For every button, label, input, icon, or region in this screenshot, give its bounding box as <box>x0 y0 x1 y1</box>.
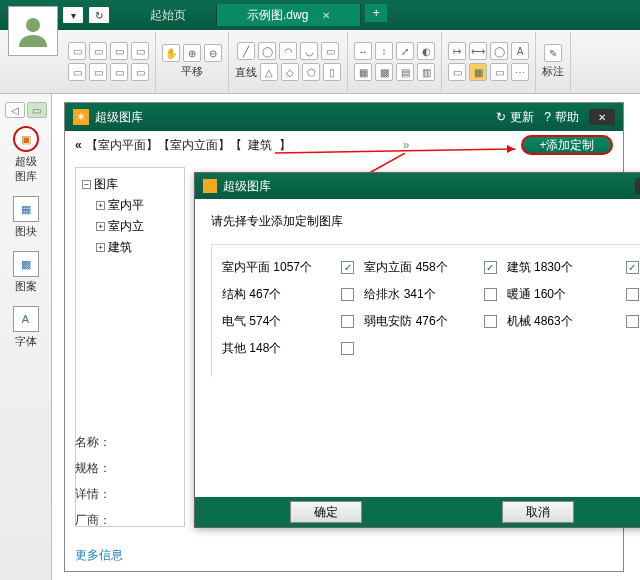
ricon[interactable]: △ <box>260 63 278 81</box>
sidebar-font[interactable]: A字体 <box>5 302 47 353</box>
checkbox[interactable]: ✓ <box>626 261 639 274</box>
chevron-right-icon[interactable]: » <box>403 138 410 152</box>
ricon[interactable]: ▭ <box>490 63 508 81</box>
ricon[interactable]: A <box>511 42 529 60</box>
fwd-icon[interactable]: ▭ <box>27 102 47 118</box>
zoomout-icon[interactable]: ⊖ <box>204 44 222 62</box>
category-checkbox-row[interactable]: 室内立面 458个✓ <box>364 259 500 276</box>
sidebar-super-library[interactable]: ▣超级 图库 <box>5 122 47 188</box>
crumb[interactable]: 建筑 <box>248 137 272 154</box>
ricon[interactable]: ▭ <box>131 63 149 81</box>
ricon[interactable]: ◇ <box>281 63 299 81</box>
ricon[interactable]: ▩ <box>375 63 393 81</box>
sidebar-pattern[interactable]: ▩图案 <box>5 247 47 298</box>
checkbox[interactable] <box>626 288 639 301</box>
ricon[interactable]: ⬠ <box>302 63 320 81</box>
add-custom-dialog: 超级图库 ✕ 请先择专业添加定制图库 室内平面 1057个✓结构 467个电气 … <box>194 172 640 528</box>
checkbox[interactable]: ✓ <box>484 261 497 274</box>
ricon[interactable]: ▭ <box>131 42 149 60</box>
tab-home[interactable]: 起始页 <box>120 4 217 26</box>
tab-add[interactable]: + <box>365 4 387 22</box>
checkbox[interactable] <box>484 315 497 328</box>
cancel-button[interactable]: 取消 <box>502 501 574 523</box>
ricon[interactable]: ⋯ <box>511 63 529 81</box>
sidebar-block[interactable]: ▦图块 <box>5 192 47 243</box>
category-checkbox-row[interactable]: 弱电安防 476个 <box>364 313 500 330</box>
ricon[interactable]: ◐ <box>417 42 435 60</box>
crumb[interactable]: 【室内平面】 <box>86 137 158 154</box>
ricon[interactable]: ▭ <box>321 42 339 60</box>
category-label: 弱电安防 476个 <box>364 313 447 330</box>
group-label: 直线 <box>235 65 257 81</box>
crumb: 】 <box>279 137 291 154</box>
category-checkbox-row[interactable]: 机械 4863个 <box>507 313 640 330</box>
qat-btn[interactable]: ▾ <box>62 6 84 24</box>
ricon[interactable]: ▥ <box>417 63 435 81</box>
ricon[interactable]: ↦ <box>448 42 466 60</box>
category-label: 结构 467个 <box>222 286 281 303</box>
help-button[interactable]: ?帮助 <box>544 109 579 126</box>
ricon[interactable]: ▭ <box>68 63 86 81</box>
close-icon[interactable]: ✕ <box>322 10 330 21</box>
ricon[interactable]: ◠ <box>279 42 297 60</box>
tree-root[interactable]: −图库 <box>82 174 178 195</box>
home-icon[interactable]: « <box>75 138 82 152</box>
more-info-link[interactable]: 更多信息 <box>75 547 123 564</box>
crumb: 【 <box>230 137 242 154</box>
ricon[interactable]: ⟷ <box>469 42 487 60</box>
ricon[interactable]: ▯ <box>323 63 341 81</box>
ricon[interactable]: ▦ <box>354 63 372 81</box>
ricon[interactable]: ▭ <box>89 63 107 81</box>
ricon[interactable]: ↕ <box>375 42 393 60</box>
tree-node[interactable]: +室内立 <box>82 216 178 237</box>
dialog-close[interactable]: ✕ <box>635 178 640 194</box>
checkbox[interactable] <box>341 288 354 301</box>
ricon[interactable]: ⤢ <box>396 42 414 60</box>
category-checkbox-row[interactable]: 电气 574个 <box>222 313 358 330</box>
tab-file[interactable]: 示例图.dwg✕ <box>217 4 361 26</box>
ricon[interactable]: ▭ <box>89 42 107 60</box>
panel1-close[interactable]: ✕ <box>589 109 615 125</box>
category-checkbox-row[interactable]: 其他 148个 <box>222 340 358 357</box>
ok-button[interactable]: 确定 <box>290 501 362 523</box>
ricon[interactable]: ◡ <box>300 42 318 60</box>
checkbox[interactable] <box>341 315 354 328</box>
checkbox[interactable] <box>484 288 497 301</box>
ricon[interactable]: ◯ <box>258 42 276 60</box>
category-checkbox-row[interactable]: 建筑 1830个✓ <box>507 259 640 276</box>
ricon[interactable]: ▭ <box>110 63 128 81</box>
block-icon: ▦ <box>21 203 31 216</box>
tree-node[interactable]: +室内平 <box>82 195 178 216</box>
category-checkbox-row[interactable]: 室内平面 1057个✓ <box>222 259 358 276</box>
ricon[interactable]: ▦ <box>469 63 487 81</box>
panel-logo-icon: ✶ <box>73 109 89 125</box>
avatar[interactable] <box>8 6 58 56</box>
checkbox[interactable] <box>626 315 639 328</box>
hand-icon[interactable]: ✋ <box>162 44 180 62</box>
detail-panel: 名称： 规格： 详情： 厂商： <box>75 429 185 533</box>
category-checkbox-row[interactable]: 结构 467个 <box>222 286 358 303</box>
crumb[interactable]: 【室内立面】 <box>158 137 230 154</box>
zoomin-icon[interactable]: ⊕ <box>183 44 201 62</box>
update-button[interactable]: ↻更新 <box>496 109 534 126</box>
category-label: 给排水 341个 <box>364 286 435 303</box>
checkbox[interactable] <box>341 342 354 355</box>
group-label: 标注 <box>542 64 564 79</box>
ricon[interactable]: ▤ <box>396 63 414 81</box>
add-custom-button[interactable]: +添加定制 <box>521 135 613 155</box>
checkbox[interactable]: ✓ <box>341 261 354 274</box>
category-checkbox-row[interactable]: 给排水 341个 <box>364 286 500 303</box>
ricon[interactable]: ↔ <box>354 42 372 60</box>
ricon[interactable]: ◯ <box>490 42 508 60</box>
tree-node[interactable]: +建筑 <box>82 237 178 258</box>
ricon[interactable]: ✎ <box>544 44 562 62</box>
line-icon[interactable]: ╱ <box>237 42 255 60</box>
back-icon[interactable]: ◁ <box>5 102 25 118</box>
qat-btn[interactable]: ↻ <box>88 6 110 24</box>
detail-info: 详情： <box>75 481 185 507</box>
panel-logo-icon <box>203 179 217 193</box>
category-checkbox-row[interactable]: 暖通 160个 <box>507 286 640 303</box>
ricon[interactable]: ▭ <box>110 42 128 60</box>
ricon[interactable]: ▭ <box>448 63 466 81</box>
ricon[interactable]: ▭ <box>68 42 86 60</box>
